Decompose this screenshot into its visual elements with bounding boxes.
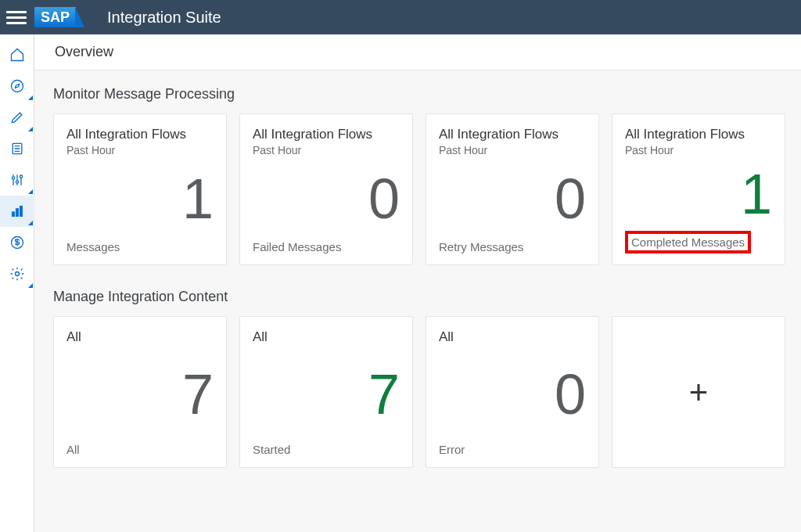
svg-point-4: [20, 175, 22, 178]
tile-value: 0: [439, 345, 586, 443]
tile-subtitle: Past Hour: [439, 144, 586, 156]
tile-footer: Error: [439, 443, 586, 456]
sliders-icon: [9, 172, 25, 188]
tile-footer: Failed Messages: [253, 240, 400, 253]
tile-value: 1: [625, 156, 772, 231]
tile-footer-highlight: Completed Messages: [625, 231, 751, 253]
tile-value: 1: [66, 156, 214, 240]
tile-completed-messages[interactable]: All Integration Flows Past Hour 1 Comple…: [612, 113, 785, 265]
sidebar: [0, 34, 34, 532]
sidebar-item-list[interactable]: [0, 133, 34, 164]
tile-value: 7: [66, 345, 214, 443]
app-title: Integration Suite: [107, 9, 221, 27]
tile-title: All Integration Flows: [66, 127, 214, 142]
tile-row-monitor: All Integration Flows Past Hour 1 Messag…: [53, 113, 785, 265]
tile-failed-messages[interactable]: All Integration Flows Past Hour 0 Failed…: [239, 113, 413, 265]
home-icon: [9, 47, 25, 63]
tile-title: All: [253, 329, 400, 345]
sidebar-item-home[interactable]: [0, 39, 34, 70]
svg-rect-5: [12, 212, 14, 217]
tile-messages[interactable]: All Integration Flows Past Hour 1 Messag…: [53, 113, 227, 265]
tile-footer: Started: [253, 443, 400, 456]
svg-point-2: [12, 177, 14, 179]
tile-retry-messages[interactable]: All Integration Flows Past Hour 0 Retry …: [426, 113, 599, 265]
top-bar: SAP Integration Suite: [0, 0, 801, 34]
list-icon: [9, 141, 25, 156]
tile-footer: Retry Messages: [439, 240, 586, 253]
tile-value: 0: [253, 156, 400, 240]
main-area: Overview Monitor Message Processing All …: [34, 34, 801, 532]
content-area: Monitor Message Processing All Integrati…: [34, 70, 801, 532]
tile-title: All Integration Flows: [625, 127, 772, 142]
plus-icon: +: [625, 329, 772, 456]
tile-footer: All: [66, 443, 214, 456]
dollar-icon: [9, 235, 25, 250]
tile-subtitle: Past Hour: [625, 144, 772, 156]
menu-icon[interactable]: [6, 7, 27, 27]
svg-rect-6: [16, 209, 18, 217]
tile-footer: Messages: [66, 240, 214, 253]
tile-row-manage: All 7 All All 7 Started All 0 Error +: [53, 316, 785, 468]
chart-icon: [9, 203, 25, 219]
tile-add[interactable]: +: [612, 316, 785, 468]
tile-value: 7: [253, 345, 400, 443]
tile-content-error[interactable]: All 0 Error: [426, 316, 599, 468]
sidebar-item-config[interactable]: [0, 164, 34, 196]
section-title-manage: Manage Integration Content: [53, 289, 785, 305]
section-title-monitor: Monitor Message Processing: [53, 86, 785, 102]
tile-title: All: [439, 329, 586, 345]
tile-content-started[interactable]: All 7 Started: [239, 316, 413, 468]
svg-rect-7: [20, 206, 22, 216]
sidebar-item-monitor[interactable]: [0, 196, 34, 227]
tile-subtitle: Past Hour: [66, 144, 214, 156]
tile-title: All Integration Flows: [253, 127, 400, 142]
tile-value: 0: [439, 156, 586, 240]
sidebar-item-design[interactable]: [0, 102, 34, 133]
sidebar-item-discover[interactable]: [0, 70, 34, 102]
sap-logo: SAP: [34, 7, 76, 27]
tile-title: All: [66, 329, 214, 345]
compass-icon: [9, 78, 25, 94]
tile-title: All Integration Flows: [439, 127, 586, 142]
tile-content-all[interactable]: All 7 All: [53, 316, 227, 468]
svg-point-3: [16, 181, 18, 183]
pencil-icon: [9, 110, 25, 125]
gear-icon: [9, 266, 25, 282]
tile-subtitle: Past Hour: [253, 144, 400, 156]
svg-point-9: [15, 272, 19, 276]
svg-point-0: [11, 81, 23, 92]
sidebar-item-settings[interactable]: [0, 258, 34, 289]
sidebar-item-billing[interactable]: [0, 227, 34, 258]
page-title: Overview: [34, 34, 801, 70]
